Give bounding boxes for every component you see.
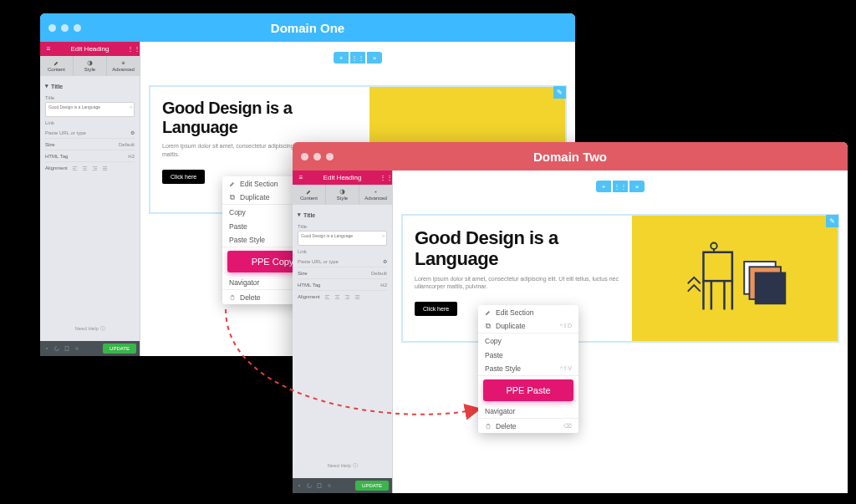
link-input[interactable]: Paste URL or type ⚙ xyxy=(45,127,135,139)
tab-content[interactable]: Content xyxy=(40,56,74,76)
gear-icon[interactable]: ⚙ xyxy=(130,130,135,135)
heading-widget[interactable]: Good Design is a Language xyxy=(162,99,358,137)
sidebar-heading: Edit Heading xyxy=(71,45,110,53)
responsive-icon[interactable] xyxy=(64,345,70,352)
need-help[interactable]: Need Help ⓘ xyxy=(40,317,140,341)
sidebar-panel: Title Title Good Design is a Language ⌗ … xyxy=(40,76,140,317)
alignment-field[interactable]: Alignment xyxy=(45,162,135,174)
svg-rect-22 xyxy=(487,324,490,328)
section-title-dropdown[interactable]: Title xyxy=(298,209,387,221)
dot xyxy=(326,153,334,160)
add-section-icon[interactable]: + xyxy=(334,52,349,64)
align-justify-icon[interactable] xyxy=(354,294,360,300)
align-left-icon[interactable] xyxy=(72,165,78,171)
tab-advanced[interactable]: Advanced xyxy=(359,185,392,205)
window-dots xyxy=(48,13,81,42)
pencil-icon xyxy=(485,309,492,316)
ctx-edit-section[interactable]: Edit Section xyxy=(478,305,578,319)
update-button[interactable]: UPDATE xyxy=(103,344,136,354)
close-section-icon[interactable]: × xyxy=(367,52,382,64)
ctx-copy[interactable]: Copy xyxy=(478,333,578,348)
htmltag-field[interactable]: HTML Tag H2 xyxy=(45,150,135,162)
button-widget[interactable]: Click here xyxy=(415,302,457,316)
button-widget[interactable]: Click here xyxy=(162,170,205,184)
link-label: Link xyxy=(298,249,387,254)
sidebar-header: ≡ Edit Heading ⋮⋮ xyxy=(40,42,140,56)
copy-icon xyxy=(485,323,492,329)
elementor-sidebar: ≡ Edit Heading ⋮⋮ Content Style Advanced… xyxy=(293,171,393,493)
svg-rect-23 xyxy=(486,323,489,327)
dot xyxy=(313,153,321,160)
dot xyxy=(301,153,308,160)
apps-icon[interactable]: ⋮⋮ xyxy=(127,45,135,53)
tab-content[interactable]: Content xyxy=(293,185,326,205)
svg-rect-5 xyxy=(231,196,234,199)
align-left-icon[interactable] xyxy=(324,294,330,300)
size-field[interactable]: SizeDefault xyxy=(298,267,387,279)
tab-style[interactable]: Style xyxy=(326,185,359,205)
pencil-icon xyxy=(306,189,312,195)
svg-point-4 xyxy=(76,348,79,350)
drag-section-icon[interactable]: ⋮⋮ xyxy=(613,181,628,192)
menu-icon[interactable]: ≡ xyxy=(44,45,53,53)
svg-rect-6 xyxy=(230,195,233,198)
image-column xyxy=(632,216,838,341)
size-field[interactable]: Size Default xyxy=(45,139,135,150)
alignment-field[interactable]: Alignment xyxy=(298,291,387,303)
edit-column-icon[interactable]: ✎ xyxy=(826,215,838,227)
ctx-paste-style[interactable]: Paste Style ^⇧V xyxy=(478,362,578,376)
titlebar-one: Domain One xyxy=(40,13,575,42)
add-section-icon[interactable]: + xyxy=(596,181,611,192)
ctx-paste[interactable]: Paste xyxy=(478,348,578,362)
drag-section-icon[interactable]: ⋮⋮ xyxy=(350,52,365,64)
align-right-icon[interactable] xyxy=(344,294,350,300)
illustration xyxy=(680,237,789,320)
title-label: Title xyxy=(298,224,387,229)
preview-icon[interactable] xyxy=(74,345,80,352)
align-center-icon[interactable] xyxy=(334,294,340,300)
ctx-delete[interactable]: Delete ⌫ xyxy=(478,419,578,433)
history-icon[interactable] xyxy=(54,345,60,352)
gear-icon[interactable]: ⚙ xyxy=(383,258,387,264)
history-icon[interactable] xyxy=(306,482,313,489)
svg-rect-3 xyxy=(65,346,69,350)
settings-icon[interactable] xyxy=(43,345,50,352)
need-help[interactable]: Need Help ⓘ xyxy=(293,454,392,478)
title-input[interactable]: Good Design is a Language ⌗ xyxy=(45,102,135,117)
heading-widget[interactable]: Good Design is a Language xyxy=(415,227,620,270)
title-input[interactable]: Good Design is a Language⌗ xyxy=(298,231,387,246)
settings-icon[interactable] xyxy=(296,482,303,489)
title-label: Title xyxy=(45,95,135,100)
style-icon xyxy=(87,60,93,66)
menu-icon[interactable]: ≡ xyxy=(297,174,305,181)
align-justify-icon[interactable] xyxy=(102,165,108,171)
svg-rect-15 xyxy=(704,252,732,281)
svg-point-20 xyxy=(711,243,717,250)
section-handle: + ⋮⋮ × xyxy=(596,181,645,192)
align-right-icon[interactable] xyxy=(92,165,98,171)
content-row: ✎ Good Design is a Language Lorem ipsum … xyxy=(401,214,839,343)
align-center-icon[interactable] xyxy=(82,165,88,171)
htmltag-field[interactable]: HTML TagH2 xyxy=(298,279,387,291)
preview-icon[interactable] xyxy=(326,482,333,489)
link-label: Link xyxy=(45,120,135,125)
text-widget[interactable]: Lorem ipsum dolor sit amet, consectetur … xyxy=(415,275,620,292)
tab-style[interactable]: Style xyxy=(74,56,107,76)
elementor-sidebar: ≡ Edit Heading ⋮⋮ Content Style Advanced xyxy=(40,42,140,356)
sidebar-header: ≡ Edit Heading ⋮⋮ xyxy=(293,171,392,185)
update-button[interactable]: UPDATE xyxy=(355,481,389,491)
ctx-duplicate[interactable]: Duplicate ^⇧D xyxy=(478,319,578,333)
pencil-icon xyxy=(54,60,59,66)
section-title-dropdown[interactable]: Title xyxy=(45,80,135,92)
dynamic-icon[interactable]: ⌗ xyxy=(382,233,385,239)
close-section-icon[interactable]: × xyxy=(629,181,645,192)
dynamic-icon[interactable]: ⌗ xyxy=(130,104,132,110)
ppe-paste-button[interactable]: PPE Paste xyxy=(483,379,573,401)
copy-icon xyxy=(229,194,236,201)
tab-advanced[interactable]: Advanced xyxy=(107,56,140,76)
responsive-icon[interactable] xyxy=(316,482,323,489)
link-input[interactable]: Paste URL or type⚙ xyxy=(298,256,387,267)
ctx-navigator[interactable]: Navigator xyxy=(478,405,578,419)
apps-icon[interactable]: ⋮⋮ xyxy=(380,174,388,181)
edit-column-icon[interactable]: ✎ xyxy=(553,86,566,99)
